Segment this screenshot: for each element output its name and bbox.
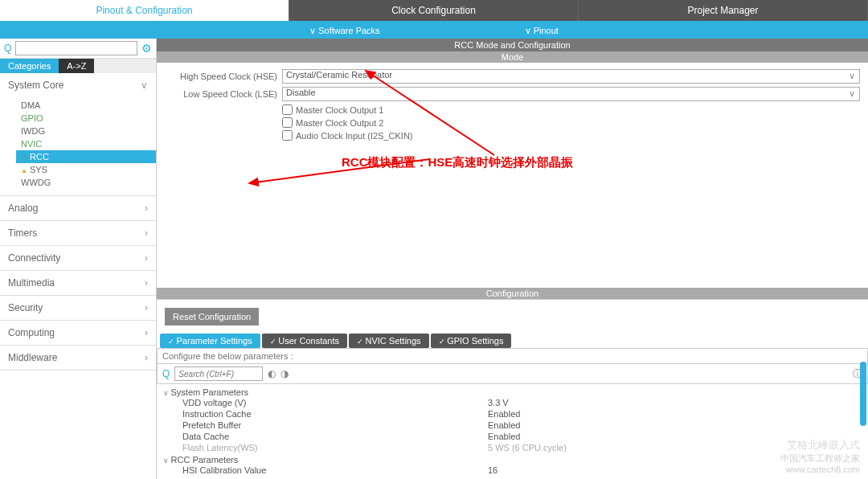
top-tab-bar: Pinout & Configuration Clock Configurati… [0,0,868,23]
parameter-list: System Parameters VDD voltage (V)3.3 V I… [157,384,868,479]
mco1-label: Master Clock Output 1 [296,105,383,115]
group-rcc-parameters[interactable]: RCC Parameters [163,455,862,465]
chevron-down-icon: ∨ [141,80,148,91]
mco1-checkbox[interactable] [282,104,293,115]
watermark: 艾格北峰嵌入式 中国汽车工程师之家 www.cartech8.com [780,438,860,474]
group-system-core[interactable]: System Core ∨ [0,73,156,97]
panel-title: RCC Mode and Configuration [157,39,868,51]
tab-project-manager[interactable]: Project Manager [579,0,868,21]
param-search-input[interactable] [174,366,263,381]
subtab-parameter-settings[interactable]: Parameter Settings [160,334,260,348]
audio-label: Audio Clock Input (I2S_CKIN) [296,131,413,141]
param-row: Flash Latency(WS)5 WS (6 CPU cycle) [163,442,862,453]
search-icon: Q [4,43,11,54]
lse-label: Low Speed Clock (LSE) [165,89,277,99]
pinout-dropdown[interactable]: ∨ Pinout [525,26,559,36]
sidebar-item-wwdg[interactable]: WWDG [16,176,156,189]
mode-header: Mode [157,51,868,63]
chevron-right-icon: › [145,302,148,313]
chevron-right-icon: › [145,352,148,363]
group-connectivity[interactable]: Connectivity› [0,246,156,270]
param-collapse-icon[interactable]: ◐ [268,368,276,379]
sidebar-search-input[interactable] [15,41,137,55]
group-security[interactable]: Security› [0,296,156,320]
chevron-right-icon: › [145,227,148,239]
group-multimedia[interactable]: Multimedia› [0,271,156,295]
group-system-core-label: System Core [8,80,63,91]
subtab-user-constants[interactable]: User Constants [262,334,347,348]
param-row: Data CacheEnabled [163,431,862,442]
audio-checkbox[interactable] [282,130,293,141]
group-middleware[interactable]: Middleware› [0,346,156,370]
group-system-parameters[interactable]: System Parameters [163,387,862,397]
group-computing[interactable]: Computing› [0,321,156,345]
sidebar-item-iwdg[interactable]: IWDG [16,125,156,137]
sidebar-item-gpio[interactable]: GPIO [16,112,156,125]
az-tab[interactable]: A->Z [59,59,94,73]
chevron-right-icon: › [145,203,148,214]
chevron-right-icon: › [145,277,148,289]
hse-label: High Speed Clock (HSE) [165,72,277,81]
configuration-header: Configuration [157,288,868,299]
configure-hint: Configure the below parameters : [157,348,868,363]
subtab-gpio-settings[interactable]: GPIO Settings [431,334,512,348]
annotation-text: RCC模块配置：HSE高速时钟选择外部晶振 [342,155,573,170]
param-row: HSI Calibration Value16 [163,465,862,476]
param-row: Instruction CacheEnabled [163,408,862,420]
main-panel: RCC Mode and Configuration Mode High Spe… [157,39,868,479]
chevron-right-icon: › [145,327,148,338]
hse-select[interactable]: Crystal/Ceramic Resonator [282,69,860,84]
tab-clock-config[interactable]: Clock Configuration [289,0,579,21]
mco2-label: Master Clock Output 2 [296,118,383,128]
chevron-right-icon: › [145,252,148,264]
lse-select[interactable]: Disable [282,87,860,101]
sidebar: Q ⚙ Categories A->Z System Core ∨ DMA GP… [0,39,157,479]
scrollbar-thumb[interactable] [860,362,866,426]
param-expand-icon[interactable]: ◑ [280,368,289,379]
mco2-checkbox[interactable] [282,117,293,128]
reset-configuration-button[interactable]: Reset Configuration [165,308,259,325]
group-timers[interactable]: Timers› [0,221,156,245]
group-analog[interactable]: Analog› [0,196,156,220]
subtab-nvic-settings[interactable]: NVIC Settings [349,334,429,348]
tab-pinout-config[interactable]: Pinout & Configuration [0,0,289,21]
categories-tab[interactable]: Categories [0,59,59,73]
search-icon: Q [162,368,170,379]
param-row: Prefetch BufferEnabled [163,420,862,431]
software-packs-dropdown[interactable]: ∨ Software Packs [309,26,379,36]
sidebar-item-rcc[interactable]: RCC [16,150,156,163]
sub-bar: ∨ Software Packs ∨ Pinout [0,23,868,39]
sidebar-item-sys[interactable]: SYS [16,163,156,176]
sidebar-item-dma[interactable]: DMA [16,99,156,112]
param-row: VDD voltage (V)3.3 V [163,397,862,408]
settings-gear-icon[interactable]: ⚙ [141,42,152,55]
sidebar-item-nvic[interactable]: NVIC [16,137,156,150]
